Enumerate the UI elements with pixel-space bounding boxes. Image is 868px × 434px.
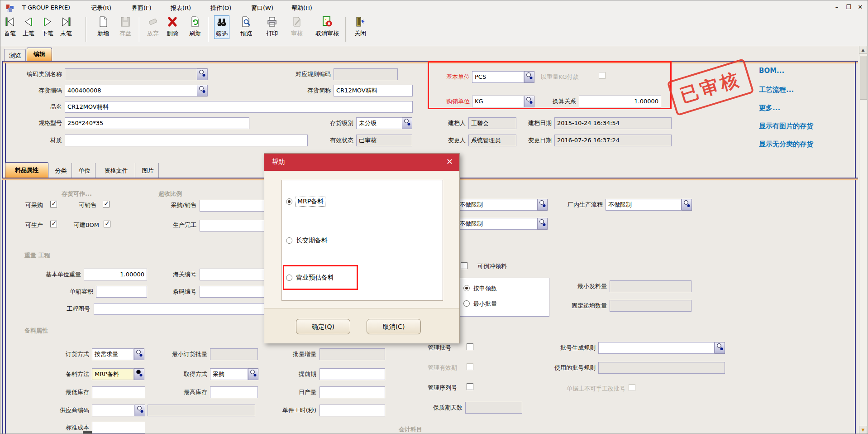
dialog-close-icon[interactable]: ✕ — [446, 157, 453, 166]
std-cost-field[interactable] — [92, 422, 145, 434]
tab-item-attributes[interactable]: 料品属性 — [5, 162, 48, 178]
scroll-down-button[interactable]: ▼ — [859, 426, 867, 434]
batch-increment-label: 批量增量 — [281, 351, 316, 358]
refresh-button[interactable]: 刷新 — [188, 15, 202, 38]
option-sales-forecast-radio[interactable] — [286, 275, 292, 281]
item-level-lookup-button[interactable] — [402, 117, 412, 129]
create-date-label: 建档日期 — [512, 120, 552, 127]
supplier-code-field[interactable] — [92, 405, 135, 416]
backflush-checkbox[interactable] — [461, 262, 467, 269]
scroll-up-button[interactable]: ▲ — [859, 46, 867, 54]
delete-button[interactable]: 删除 — [165, 15, 180, 38]
menu-app[interactable]: T-GROUP ERP(E) — [22, 4, 70, 11]
option-long-cycle-label[interactable]: 长交期备料 — [296, 236, 328, 245]
sellable-checkbox[interactable] — [103, 201, 110, 207]
print-button[interactable]: 打印 — [265, 15, 279, 38]
menu-record[interactable]: 记录(R) — [91, 4, 111, 12]
menu-report[interactable]: 报表(R) — [171, 4, 191, 12]
purchase-unit-field[interactable]: KG — [472, 96, 524, 107]
next-record-button[interactable]: 下笔 — [40, 15, 55, 38]
filter-button[interactable]: 筛选 — [214, 15, 229, 39]
tab-units[interactable]: 单位 — [74, 163, 95, 178]
item-code-lookup-button[interactable] — [197, 85, 207, 96]
tab-qualification-files[interactable]: 资格文件 — [97, 163, 135, 178]
batch-rule-field[interactable] — [598, 342, 715, 354]
restriction-1-lookup-button[interactable] — [537, 199, 548, 211]
link-show-items-with-images[interactable]: 显示有图片的存货 — [759, 122, 813, 130]
material-field[interactable] — [65, 135, 308, 146]
last-record-button[interactable]: 末笔 — [59, 15, 73, 38]
base-unit-lookup-button[interactable] — [524, 71, 534, 83]
item-short-name-field[interactable]: CR12MOV精料 — [334, 85, 413, 96]
tab-classification[interactable]: 分类 — [50, 163, 72, 178]
prev-record-button[interactable]: 上笔 — [21, 15, 36, 38]
close-window-button[interactable]: ✕ — [855, 3, 866, 12]
ok-button[interactable]: 确定(Q) — [296, 319, 350, 334]
base-unit-weight-field[interactable]: 1.00000 — [84, 269, 147, 280]
daily-output-field[interactable] — [320, 386, 385, 398]
preview-button[interactable]: 预览 — [239, 15, 253, 38]
tab-edit[interactable]: 编辑 — [27, 48, 52, 61]
purchase-unit-lookup-button[interactable] — [524, 96, 534, 107]
item-name-field[interactable]: CR12MOV精料 — [65, 101, 413, 113]
restriction-field-2[interactable]: 不做限制 — [457, 218, 537, 230]
purchasable-checkbox[interactable] — [50, 201, 57, 207]
order-mode-lookup-button[interactable] — [134, 348, 144, 360]
menu-window[interactable]: 窗口(W) — [251, 4, 273, 12]
acquire-mode-lookup-button[interactable] — [248, 368, 258, 380]
batch-rule-lookup-button[interactable] — [715, 342, 725, 354]
supplier-code-lookup-button[interactable] — [135, 405, 145, 416]
conversion-field[interactable]: 1.00000 — [579, 96, 661, 107]
cancel-button[interactable]: 取消(C) — [367, 319, 421, 334]
menu-help[interactable]: 帮助(H) — [291, 4, 312, 12]
producible-checkbox[interactable] — [50, 221, 57, 227]
acquire-mode-field[interactable]: 采购 — [210, 368, 248, 380]
issue-by-request-radio[interactable] — [463, 285, 470, 291]
issue-min-batch-radio[interactable] — [463, 300, 470, 307]
code-category-lookup-button[interactable] — [197, 68, 207, 80]
restore-button[interactable]: ❐ — [843, 3, 854, 12]
item-code-field[interactable]: 400400008 — [65, 85, 208, 96]
magnifier-icon — [198, 68, 206, 80]
first-record-button[interactable]: 首笔 — [3, 15, 17, 38]
option-mrp-label[interactable]: MRP备料 — [296, 197, 325, 206]
max-stock-field[interactable] — [210, 386, 258, 398]
link-show-unclassified-items[interactable]: 显示无分类的存货 — [759, 140, 813, 149]
option-mrp-radio[interactable] — [286, 198, 292, 205]
factory-flow-field[interactable]: 不做限制 — [606, 199, 682, 211]
app-logo-icon — [6, 4, 14, 12]
restriction-2-lookup-button[interactable] — [537, 218, 548, 230]
max-stock-label: 最高库存 — [172, 389, 207, 396]
factory-flow-lookup-button[interactable] — [682, 199, 692, 211]
tab-browse[interactable]: 浏览 — [4, 49, 26, 61]
manage-serial-checkbox[interactable] — [467, 383, 473, 390]
prep-method-lookup-button[interactable] — [134, 368, 144, 380]
order-mode-field[interactable]: 按需求量 — [92, 348, 134, 360]
link-process-flow[interactable]: 工艺流程... — [759, 86, 794, 94]
min-stock-field[interactable] — [92, 386, 145, 398]
base-unit-field[interactable]: PCS — [472, 71, 524, 83]
link-bom[interactable]: BOM... — [759, 67, 784, 75]
restriction-field-1[interactable]: 不做限制 — [457, 199, 537, 211]
option-long-cycle-radio[interactable] — [286, 237, 292, 244]
box-volume-field[interactable] — [96, 286, 147, 298]
option-sales-forecast-label[interactable]: 营业预估备料 — [296, 274, 334, 282]
min-order-batch-label: 最小订货批量 — [157, 351, 207, 358]
cancel-approve-button[interactable]: 取消审核 — [314, 15, 340, 38]
bom-allowed-checkbox[interactable] — [104, 221, 110, 227]
manage-batch-checkbox[interactable] — [467, 343, 473, 350]
menu-interface[interactable]: 界面(F) — [132, 4, 152, 12]
lead-time-field[interactable] — [320, 368, 385, 380]
menu-operation[interactable]: 操作(O) — [210, 4, 231, 12]
new-button[interactable]: 新增 — [96, 15, 110, 38]
unit-work-time-field[interactable] — [320, 405, 385, 416]
close-form-button[interactable]: 关闭 — [353, 15, 367, 38]
tab-images[interactable]: 图片 — [137, 163, 159, 178]
vertical-scrollbar[interactable] — [859, 46, 868, 434]
help-dialog-titlebar[interactable]: 帮助 ✕ — [264, 154, 459, 171]
spec-field[interactable]: 250*240*35 — [65, 117, 249, 129]
link-more[interactable]: 更多... — [759, 104, 780, 112]
minimize-button[interactable]: – — [831, 3, 842, 12]
scrollbar-thumb[interactable] — [860, 56, 867, 100]
prep-method-field[interactable]: MRP备料 — [92, 368, 134, 380]
